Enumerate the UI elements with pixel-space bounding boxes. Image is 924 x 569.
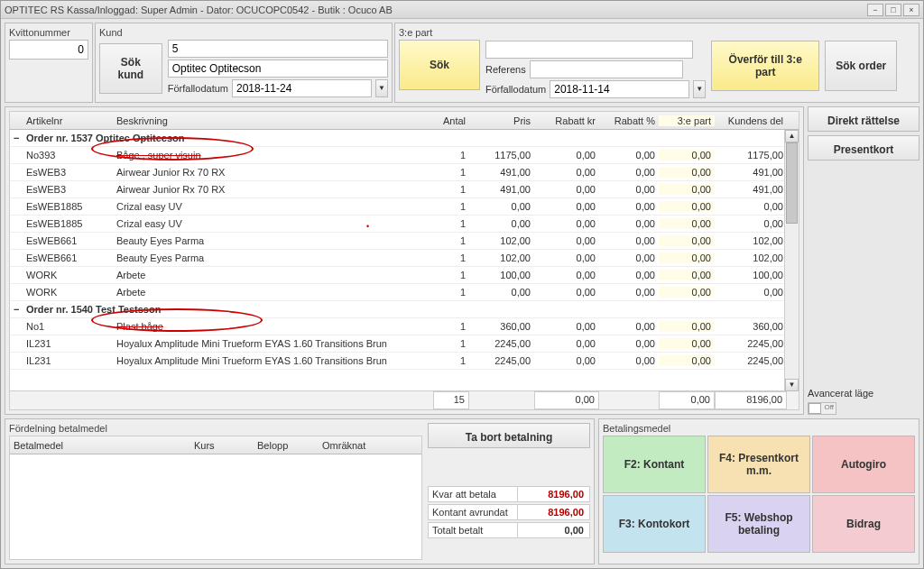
kund-label: Kund [99,27,388,38]
cell-antal: 1 [433,218,469,229]
group-row[interactable]: −Order nr. 1540 Test Testsson [10,301,799,318]
cell-rabatt-kr: 0,00 [534,235,599,246]
kund-id-input[interactable] [168,40,388,58]
cell-beskrivning: Plast båge [113,321,433,332]
grid-scrollbar[interactable]: ▲ ▼ [784,130,799,391]
table-row[interactable]: EsWEB1885Crizal easy UV10,000,000,000,00… [10,198,799,216]
payment-method-button[interactable]: Bidrag [812,495,915,553]
cell-antal: 1 [433,235,469,246]
kund-name-input[interactable] [168,60,388,78]
window-title: OPTITEC RS Kassa/Inloggad: Super Admin -… [5,5,393,15]
cell-kundens-del: 491,00 [715,184,787,195]
fordelning-label: Fördelning betalmedel [9,423,422,434]
referens-input[interactable] [530,60,683,78]
scroll-up-icon[interactable]: ▲ [785,130,799,142]
cell-beskrivning: Airwear Junior Rx 70 RX [113,184,433,195]
table-row[interactable]: WORKArbete1100,000,000,000,00100,00 [10,267,799,284]
cell-rabatt-kr: 0,00 [534,270,599,280]
payment-method-button[interactable]: F2: Kontant [603,436,706,493]
order-lines-panel: Artikelnr Beskrivning Antal Pris Rabatt … [5,106,804,415]
table-row[interactable]: No393Båge , super visuin11175,000,000,00… [10,147,799,164]
sok-3e-button[interactable]: Sök [399,40,480,90]
header-rabatt-pct[interactable]: Rabatt % [599,115,659,126]
presentkort-button[interactable]: Presentkort [808,135,919,161]
sok-order-button[interactable]: Sök order [825,41,897,91]
header-rabatt-kr[interactable]: Rabatt kr [534,115,599,126]
cell-kundens-del: 2245,00 [715,355,787,366]
group-row[interactable]: −Order nr. 1537 Optitec Optitecson [10,130,799,147]
cell-3e-part: 0,00 [659,218,715,229]
header-belopp[interactable]: Belopp [254,440,319,451]
table-row[interactable]: No1Plast båge1360,000,000,000,00360,00 [10,318,799,335]
totalt-betalt-label: Totalt betalt [429,523,486,537]
cell-antal: 1 [433,150,469,161]
cell-beskrivning: Arbete [113,270,433,280]
kvittonummer-label: Kvittonummer [9,27,88,38]
payment-method-button[interactable]: F3: Kontokort [603,495,706,553]
kund-forfallo-date[interactable] [232,79,372,97]
table-row[interactable]: EsWEB661Beauty Eyes Parma1102,000,000,00… [10,233,799,250]
payment-method-button[interactable]: F4: Presentkort m.m. [707,436,810,493]
header-beskrivning[interactable]: Beskrivning [113,115,433,126]
cell-rabatt-kr: 0,00 [534,287,599,298]
cell-kundens-del: 102,00 [715,252,787,263]
cell-beskrivning: Hoyalux Amplitude Mini Trueform EYAS 1.6… [113,338,433,349]
payment-method-button[interactable]: F5: Webshop betaling [707,495,810,553]
header-antal[interactable]: Antal [433,115,469,126]
kvittonummer-input[interactable] [9,40,88,60]
totalt-betalt-value: 0,00 [517,523,589,537]
table-row[interactable]: EsWEB3Airwear Junior Rx 70 RX1491,000,00… [10,181,799,198]
table-row[interactable]: WORKArbete10,000,000,000,000,00 [10,284,799,301]
scroll-down-icon[interactable]: ▼ [785,379,799,391]
cell-antal: 1 [433,270,469,280]
ta-bort-betalning-button[interactable]: Ta bort betalning [428,423,590,448]
order-lines-grid[interactable]: Artikelnr Beskrivning Antal Pris Rabatt … [9,111,799,410]
date-dropdown-icon[interactable]: ▼ [375,79,388,97]
table-row[interactable]: IL231Hoyalux Amplitude Mini Trueform EYA… [10,353,799,370]
direkt-rattelse-button[interactable]: Direkt rättelse [808,106,919,132]
group-title: Order nr. 1537 Optitec Optitecson [23,133,645,143]
header-artikelnr[interactable]: Artikelnr [23,115,113,126]
cell-rabatt-kr: 0,00 [534,201,599,212]
cell-antal: 1 [433,252,469,263]
header-betalmedel[interactable]: Betalmedel [10,440,190,451]
header-omraknat[interactable]: Omräknat [319,440,391,451]
annotation-mark: • [366,222,369,231]
header-kundens-del[interactable]: Kundens del [715,115,787,126]
tredje-part-display[interactable] [485,41,693,59]
header-3e-part[interactable]: 3:e part [659,115,715,126]
betalmedel-grid[interactable]: Betalmedel Kurs Belopp Omräknat [9,436,422,560]
table-row[interactable]: EsWEB1885Crizal easy UV10,000,000,000,00… [10,216,799,233]
cell-3e-part: 0,00 [659,252,715,263]
header-kurs[interactable]: Kurs [190,440,254,451]
cell-rabatt-pct: 0,00 [599,150,659,161]
sok-kund-button[interactable]: Sök kund [99,43,162,94]
avancerat-switch[interactable]: Off [808,402,836,415]
cell-kundens-del: 100,00 [715,270,787,280]
betalingsmedel-label: Betalingsmedel [603,423,915,434]
collapse-icon[interactable]: − [10,133,23,143]
cell-rabatt-pct: 0,00 [599,218,659,229]
table-row[interactable]: IL231Hoyalux Amplitude Mini Trueform EYA… [10,335,799,353]
cell-artikelnr: No1 [23,321,113,332]
payment-method-button[interactable]: Autogiro [812,436,915,493]
scroll-thumb[interactable] [786,142,798,224]
cell-antal: 1 [433,167,469,178]
header-pris[interactable]: Pris [469,115,534,126]
collapse-icon[interactable]: − [10,304,23,315]
cell-pris: 1175,00 [469,150,534,161]
table-row[interactable]: EsWEB661Beauty Eyes Parma1102,000,000,00… [10,250,799,267]
cell-rabatt-pct: 0,00 [599,355,659,366]
date-dropdown-icon[interactable]: ▼ [693,80,706,98]
kvar-att-betala-value: 8196,00 [517,487,589,501]
table-row[interactable]: EsWEB3Airwear Junior Rx 70 RX1491,000,00… [10,164,799,181]
close-button[interactable]: × [903,4,919,16]
part3-forfallo-date[interactable] [550,80,689,98]
minimize-button[interactable]: − [867,4,883,16]
overfor-3e-button[interactable]: Överför till 3:e part [711,41,819,91]
cell-beskrivning: Beauty Eyes Parma [113,235,433,246]
cell-3e-part: 0,00 [659,270,715,280]
cell-3e-part: 0,00 [659,355,715,366]
maximize-button[interactable]: □ [885,4,901,16]
total-rabatt-kr: 0,00 [534,391,599,409]
